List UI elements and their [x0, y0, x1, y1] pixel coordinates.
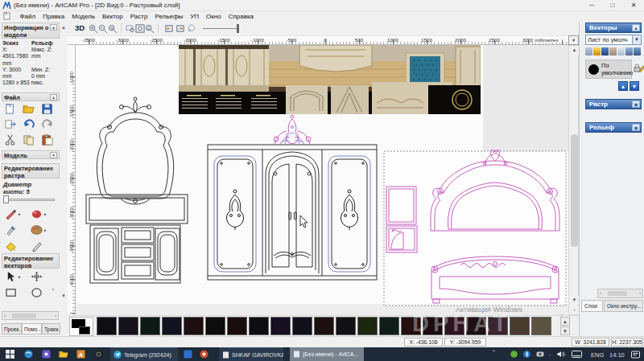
vector-edit-header[interactable]: Редактирование векторов: [2, 253, 60, 269]
save-model-icon[interactable]: [41, 104, 54, 115]
file-explorer-icon[interactable]: [59, 350, 68, 359]
fg-bg-color-well[interactable]: [69, 317, 93, 336]
zoom-in-icon[interactable]: [89, 24, 98, 33]
tab-toolpaths[interactable]: Траек..: [42, 323, 60, 334]
menu-item-3[interactable]: Вектор: [98, 11, 126, 22]
flyout-arrow-icon[interactable]: ▸: [19, 208, 21, 219]
palette-swatch-4[interactable]: [184, 317, 204, 335]
palette-swatch-13[interactable]: [379, 317, 399, 335]
tab-tool-window[interactable]: Окно инстру...: [604, 300, 643, 312]
palette-swatch-2[interactable]: [140, 317, 160, 335]
delete-layer-icon[interactable]: [634, 47, 641, 55]
palette-scroll-up[interactable]: ▲: [560, 317, 570, 326]
palette-icon[interactable]: [31, 224, 43, 236]
artcam-app-icon[interactable]: A: [76, 350, 85, 359]
zoom-scale-icon[interactable]: %: [108, 24, 118, 33]
zoom-slider-handle[interactable]: [237, 24, 239, 33]
tray-icon-green[interactable]: [510, 351, 518, 358]
pin-icon[interactable]: ▲: [632, 24, 640, 31]
app-icon-blue[interactable]: [184, 350, 192, 359]
volume-icon[interactable]: [557, 351, 566, 358]
menu-item-1[interactable]: Правка: [39, 11, 68, 22]
model-section-header[interactable]: Модель ▼: [2, 150, 60, 159]
palette-swatch-3[interactable]: [162, 317, 182, 335]
cut-icon[interactable]: [4, 134, 17, 146]
scroll-right-icon[interactable]: ›: [570, 306, 579, 314]
save-layer-icon[interactable]: [601, 47, 609, 55]
palette-swatch-5[interactable]: [205, 317, 225, 335]
ruler-units-dropdown[interactable]: ▾: [568, 35, 579, 45]
palette-swatch-9[interactable]: [292, 317, 312, 335]
menu-item-8[interactable]: Справка: [225, 11, 257, 22]
menu-item-6[interactable]: УП: [187, 11, 203, 22]
maximize-button[interactable]: □: [602, 0, 623, 11]
left-panel-scrollbar[interactable]: ▲ ▼: [60, 22, 68, 336]
bluetooth-icon[interactable]: [523, 351, 530, 358]
tab-help[interactable]: Помо...: [22, 323, 42, 334]
close-button[interactable]: ✕: [623, 0, 644, 11]
copy-layer-icon[interactable]: [617, 47, 625, 55]
palette-swatch-10[interactable]: [314, 317, 334, 335]
tab-layers[interactable]: Слои: [581, 300, 603, 312]
secondary-color-swatch[interactable]: [79, 326, 90, 334]
collapse-icon[interactable]: ▲: [50, 94, 57, 101]
palette-swatch-6[interactable]: [227, 317, 247, 335]
menu-item-5[interactable]: Рельефы: [151, 11, 187, 22]
taskbar-telegram[interactable]: Telegram (292424): [110, 347, 178, 361]
vector-drawings[interactable]: [76, 45, 568, 315]
menu-item-4[interactable]: Растр: [126, 11, 151, 22]
copy-icon[interactable]: [23, 134, 35, 146]
move-layer-up-button[interactable]: ▲: [618, 81, 628, 91]
app-icon-red[interactable]: [200, 350, 208, 359]
edit-icon[interactable]: [638, 64, 644, 72]
flyout-arrow-icon[interactable]: ▸: [44, 224, 47, 236]
undo-icon[interactable]: [23, 119, 35, 130]
palette-swatch-8[interactable]: [270, 317, 291, 335]
menu-item-7[interactable]: Окно: [203, 11, 225, 22]
draw-tool-icon[interactable]: [5, 208, 18, 219]
model-info-header[interactable]: Информация о модели ▲: [2, 23, 60, 39]
flyout-arrow-icon[interactable]: ▸: [19, 271, 21, 282]
palette-swatch-11[interactable]: [336, 317, 356, 335]
raster-panel-header[interactable]: Растр ▣: [585, 99, 642, 109]
tray-icon-gray[interactable]: [536, 351, 544, 358]
raster-edit-header[interactable]: Редактирование растра: [2, 163, 60, 178]
taskbar-artcam[interactable]: (Без имени) - ArtCA...: [290, 347, 364, 361]
palette-swatch-0[interactable]: [97, 317, 117, 335]
recorder-icon[interactable]: [94, 350, 103, 359]
layer-color-swatch[interactable]: [588, 64, 599, 75]
palette-swatch-19[interactable]: [510, 317, 530, 335]
open-layer-icon[interactable]: [593, 47, 601, 55]
start-button[interactable]: [6, 350, 14, 359]
scroll-down-icon[interactable]: ▼: [570, 296, 579, 305]
right-panel-hscroll[interactable]: ‹ ›: [597, 289, 643, 298]
rectangle-tool-icon[interactable]: [5, 287, 18, 298]
layer-settings-icon[interactable]: [625, 47, 633, 55]
scroll-up-icon[interactable]: ▲: [61, 25, 66, 30]
vectors-panel-header[interactable]: Векторы ▲: [585, 23, 642, 33]
pencil-tool-icon[interactable]: [31, 240, 43, 252]
palette-swatch-20[interactable]: [531, 317, 551, 335]
zoom-out-icon[interactable]: [98, 24, 108, 33]
taskbar-shkaf[interactable]: SHKAF GAVIROVKA ...: [219, 347, 283, 361]
palette-swatch-7[interactable]: [249, 317, 269, 335]
zoom-fit-icon[interactable]: [135, 24, 145, 33]
left-panel-hscroll[interactable]: ‹ ›: [2, 311, 59, 320]
window-icon[interactable]: ▣: [632, 124, 640, 131]
open-model-icon[interactable]: [23, 104, 35, 115]
new-layer-icon[interactable]: [585, 47, 592, 55]
new-model-icon[interactable]: [4, 104, 17, 115]
collapse-icon[interactable]: ▲: [50, 24, 57, 31]
app-icon-purple[interactable]: [42, 350, 51, 359]
chevron-down-icon[interactable]: ▼: [632, 35, 641, 44]
palette-swatch-12[interactable]: [357, 317, 378, 335]
browser-icon[interactable]: [24, 350, 33, 359]
vscrollbar-thumb[interactable]: [571, 134, 578, 247]
redo-icon[interactable]: [41, 119, 54, 130]
window-icon[interactable]: ▣: [632, 101, 640, 108]
expand-icon[interactable]: ▼: [50, 152, 57, 158]
menu-item-0[interactable]: Файл: [16, 11, 39, 22]
zoom-object-icon[interactable]: O: [145, 24, 155, 33]
tray-dots-icon[interactable]: ⁘: [548, 352, 551, 357]
minimize-button[interactable]: ─: [581, 0, 602, 11]
